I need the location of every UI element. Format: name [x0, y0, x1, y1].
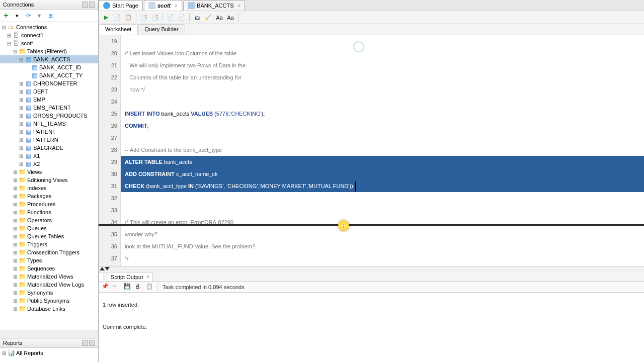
run-icon[interactable]: ▶ [102, 13, 111, 22]
expand-toggle[interactable]: ⊟ [18, 57, 24, 62]
tree-folder-item[interactable]: ⊞📁Database Links [0, 305, 98, 313]
tab-script-output[interactable]: 📄Script Output× [99, 272, 153, 281]
expand-toggle[interactable]: ⊞ [18, 113, 24, 119]
restore-icon[interactable] [89, 340, 95, 346]
tab-start-page[interactable]: Start Page [99, 0, 143, 11]
all-reports[interactable]: All Reports [16, 350, 43, 356]
tree-table-item[interactable]: ⊞▦PATIENT [0, 128, 98, 136]
code-line[interactable] [121, 35, 644, 47]
new-connection-icon[interactable]: + [2, 12, 10, 20]
code-line[interactable] [121, 192, 644, 204]
expand-toggle[interactable]: ⊞ [12, 169, 18, 175]
tree-table-item[interactable]: ⊞▦EMP [0, 96, 98, 104]
tree-table-item[interactable]: ⊞▦GROSS_PRODUCTS [0, 112, 98, 120]
close-icon[interactable]: × [237, 3, 240, 9]
refresh-icon[interactable]: ⟳ [24, 12, 32, 20]
expand-toggle[interactable]: ⊞ [12, 226, 18, 231]
tab-query-builder[interactable]: Query Builder [138, 24, 185, 35]
close-icon[interactable]: × [146, 274, 149, 280]
scroll-down-icon[interactable] [105, 267, 110, 270]
tree-conn1[interactable]: connect1 [21, 32, 44, 38]
minimize-icon[interactable] [82, 340, 88, 346]
tree-folder-item[interactable]: ⊞📁Queues [0, 224, 98, 232]
expand-toggle[interactable]: ⊞ [18, 81, 24, 86]
tree-root[interactable]: Connections [16, 24, 47, 30]
expand-toggle[interactable]: ⊞ [12, 258, 18, 263]
code-line[interactable] [121, 132, 644, 144]
tree-folder-item[interactable]: ⊞📁Operators [0, 216, 98, 224]
code-line[interactable]: COMMIT; [121, 120, 644, 132]
expand-toggle[interactable]: ⊞ [18, 121, 24, 127]
connections-tree[interactable]: ⊟🗂Connections ⊞🗄connect1 ⊟🗄scott ⊟📁Table… [0, 22, 98, 330]
tree-table-item[interactable]: ⊞▦X1 [0, 152, 98, 160]
code-line[interactable]: look at the MUTUAL_FUND Value. See the p… [121, 240, 644, 252]
save-icon[interactable]: 💾 [124, 283, 132, 291]
expand-toggle[interactable]: ⊟ [1, 25, 7, 30]
filter-icon[interactable]: ▼ [35, 12, 43, 20]
expand-toggle[interactable]: ⊞ [18, 129, 24, 135]
expand-toggle[interactable]: ⊟ [6, 41, 12, 46]
code-line[interactable]: CHECK (bank_acct_type IN ('SAVINGS', 'CH… [121, 180, 644, 192]
tree-folder-item[interactable]: ⊞📁Functions [0, 208, 98, 216]
unshared-icon[interactable]: 📄 [177, 13, 186, 22]
expand-toggle[interactable]: ⊞ [12, 282, 18, 288]
expand-toggle[interactable]: ⊟ [12, 49, 18, 54]
print-icon[interactable]: 🖨 [135, 283, 143, 291]
tree-conn2[interactable]: scott [21, 40, 33, 46]
tree-folder-item[interactable]: ⊞📁Materialized View Logs [0, 281, 98, 289]
tree-folder-item[interactable]: ⊞📁Crossedition Triggers [0, 248, 98, 256]
tree-folder-item[interactable]: ⊞📁Public Synonyms [0, 297, 98, 305]
code-line[interactable]: ADD CONSTRAINT c_acct_name_ck [121, 168, 644, 180]
expand-toggle[interactable]: ⊞ [12, 242, 18, 247]
code-line[interactable]: ALTER TABLE bank_accts [121, 156, 644, 168]
expand-toggle[interactable]: ⊞ [12, 177, 18, 183]
clear-icon[interactable]: 🧹 [204, 13, 213, 22]
expand-toggle[interactable]: ⊞ [18, 145, 24, 151]
tree-folder-item[interactable]: ⊞📁Procedures [0, 200, 98, 208]
expand-toggle[interactable]: ⊞ [18, 97, 24, 103]
tree-folder-item[interactable]: ⊞📁Synonyms [0, 289, 98, 297]
code-line[interactable]: /* Lets insert Values into Columns of th… [121, 47, 644, 59]
tree-bank-ty[interactable]: BANK_ACCT_TY [39, 72, 83, 78]
tree-table-item[interactable]: ⊞▦PATTERN [0, 136, 98, 144]
horizontal-scrollbar[interactable] [0, 330, 98, 338]
buffer-icon[interactable]: 📋 [146, 283, 154, 291]
code-body[interactable]: /* Lets insert Values into Columns of th… [121, 35, 644, 266]
expand-toggle[interactable]: ⊞ [12, 250, 18, 255]
tree-folder-item[interactable]: ⊞📁Packages [0, 192, 98, 200]
expand-toggle[interactable]: ⊞ [12, 290, 18, 296]
tab-worksheet[interactable]: Worksheet [99, 24, 138, 35]
minimize-icon[interactable] [82, 2, 88, 8]
tree-table-item[interactable]: ⊞▦EMS_PATIENT [0, 104, 98, 112]
expand-toggle[interactable]: ⊞ [12, 266, 18, 272]
expand-toggle[interactable]: ⊞ [18, 137, 24, 143]
rollback-icon[interactable]: 📄 [166, 13, 175, 22]
code-line[interactable]: INSERT INTO bank_accts VALUES (5778,'CHE… [121, 108, 644, 120]
tree-folder-item[interactable]: ⊞📁Sequences [0, 264, 98, 273]
expand-toggle[interactable]: ⊞ [12, 218, 18, 223]
tree-folder-item[interactable]: ⊞📁Indexes [0, 184, 98, 192]
tab-scott[interactable]: scott× [144, 0, 182, 11]
expand-toggle[interactable]: ⊞ [12, 186, 18, 191]
to-upper-icon[interactable]: Aa [215, 13, 224, 22]
scroll-up-icon[interactable] [100, 267, 105, 270]
code-line[interactable]: We will only implement two Rows of Data … [121, 59, 644, 71]
tree-folder-item[interactable]: ⊞📁Queues Tables [0, 232, 98, 240]
code-line[interactable]: */ [121, 252, 644, 264]
restore-icon[interactable] [89, 2, 95, 8]
commit-icon[interactable]: 📑 [150, 13, 159, 22]
horizontal-splitter[interactable]: ↕ [99, 224, 644, 226]
expand-toggle[interactable]: ⊞ [18, 105, 24, 111]
tree-folder-item[interactable]: ⊞📁Editioning Views [0, 176, 98, 184]
code-line[interactable] [121, 96, 644, 108]
clear-icon[interactable]: ✏ [113, 283, 121, 291]
tree-folder-item[interactable]: ⊞📁Materialized Views [0, 273, 98, 281]
tree-bank-id[interactable]: BANK_ACCT_ID [39, 64, 81, 70]
tree-table-item[interactable]: ⊞▦SALGRADE [0, 144, 98, 152]
pin-icon[interactable]: 📌 [102, 283, 110, 291]
dropdown-icon[interactable]: ▾ [13, 12, 21, 20]
expand-toggle[interactable]: ⊞ [12, 274, 18, 280]
expand-toggle[interactable]: ⊞ [1, 350, 7, 356]
expand-toggle[interactable]: ⊞ [6, 33, 12, 38]
expand-toggle[interactable]: ⊞ [12, 202, 18, 207]
